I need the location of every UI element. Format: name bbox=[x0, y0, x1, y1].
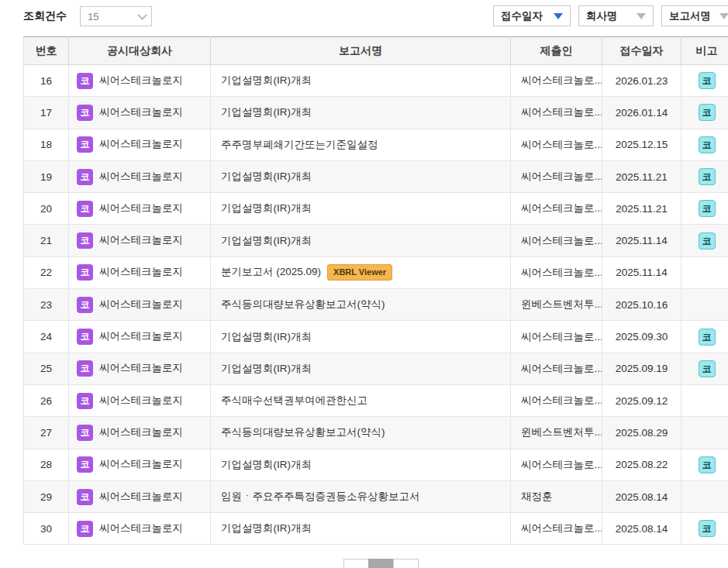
report-cell: 기업설명회(IR)개최 bbox=[211, 353, 511, 384]
remarks-cell bbox=[681, 480, 728, 512]
report-cell: 기업설명회(IR)개최 bbox=[211, 65, 511, 97]
report-link[interactable]: 기업설명회(IR)개최 bbox=[221, 459, 312, 470]
company-link[interactable]: 씨어스테크놀로지 bbox=[99, 394, 183, 406]
company-link[interactable]: 씨어스테크놀로지 bbox=[99, 138, 183, 150]
company-cell: 코씨어스테크놀로지 bbox=[69, 65, 211, 97]
page-button[interactable] bbox=[393, 559, 419, 568]
row-number: 20 bbox=[24, 193, 69, 225]
report-link[interactable]: 기업설명회(IR)개최 bbox=[221, 235, 312, 246]
submitter-cell: 씨어스테크놀로... bbox=[511, 353, 602, 384]
report-cell: 기업설명회(IR)개최 bbox=[211, 97, 511, 129]
receipt-date-cell: 2026.01.23 bbox=[602, 65, 681, 97]
kosdaq-market-badge: 코 bbox=[77, 360, 93, 377]
report-cell: 기업설명회(IR)개최 bbox=[211, 513, 511, 545]
remarks-cell: 코 bbox=[681, 97, 728, 129]
page-button[interactable] bbox=[368, 559, 394, 568]
receipt-date-cell: 2025.08.29 bbox=[602, 417, 681, 449]
company-cell: 코씨어스테크놀로지 bbox=[69, 384, 211, 416]
company-link[interactable]: 씨어스테크놀로지 bbox=[99, 202, 183, 214]
report-link[interactable]: 기업설명회(IR)개최 bbox=[221, 522, 312, 534]
col-header-company: 공시대상회사 bbox=[69, 37, 211, 65]
kosdaq-remark-badge: 코 bbox=[699, 104, 716, 121]
report-link[interactable]: 주주명부폐쇄기간또는기준일설정 bbox=[221, 139, 378, 150]
company-link[interactable]: 씨어스테크놀로지 bbox=[99, 298, 183, 310]
company-link[interactable]: 씨어스테크놀로지 bbox=[99, 330, 183, 342]
result-count-label: 조회건수 bbox=[23, 9, 67, 23]
table-row: 22코씨어스테크놀로지분기보고서 (2025.09)XBRL Viewer씨어스… bbox=[24, 256, 728, 288]
remarks-cell bbox=[681, 417, 728, 449]
kosdaq-market-badge: 코 bbox=[77, 264, 93, 281]
receipt-date-cell: 2025.11.14 bbox=[602, 256, 681, 288]
row-number: 25 bbox=[24, 353, 69, 384]
company-link[interactable]: 씨어스테크놀로지 bbox=[99, 266, 183, 277]
receipt-date-cell: 2025.11.14 bbox=[602, 225, 681, 256]
page-button[interactable] bbox=[343, 559, 369, 568]
table-row: 17코씨어스테크놀로지기업설명회(IR)개최씨어스테크놀로...2026.01.… bbox=[24, 97, 728, 129]
remarks-cell: 코 bbox=[681, 225, 728, 256]
company-link[interactable]: 씨어스테크놀로지 bbox=[99, 458, 183, 470]
result-count-select[interactable]: 15 bbox=[80, 6, 152, 26]
remarks-cell: 코 bbox=[681, 129, 728, 160]
remarks-cell: 코 bbox=[681, 353, 728, 384]
report-link[interactable]: 기업설명회(IR)개최 bbox=[221, 106, 312, 118]
company-link[interactable]: 씨어스테크놀로지 bbox=[99, 522, 183, 534]
table-body: 16코씨어스테크놀로지기업설명회(IR)개최씨어스테크놀로...2026.01.… bbox=[24, 65, 728, 545]
row-number: 23 bbox=[24, 289, 69, 321]
table-row: 19코씨어스테크놀로지기업설명회(IR)개최씨어스테크놀로...2025.11.… bbox=[24, 160, 728, 192]
sort-select-report-name[interactable]: 보고서명 bbox=[661, 5, 728, 26]
company-link[interactable]: 씨어스테크놀로지 bbox=[99, 426, 183, 438]
result-count-value: 15 bbox=[88, 11, 98, 22]
company-link[interactable]: 씨어스테크놀로지 bbox=[99, 362, 183, 374]
table-row: 20코씨어스테크놀로지기업설명회(IR)개최씨어스테크놀로...2025.11.… bbox=[24, 193, 728, 225]
receipt-date-cell: 2025.09.19 bbox=[602, 353, 681, 384]
kosdaq-market-badge: 코 bbox=[77, 136, 93, 153]
company-link[interactable]: 씨어스테크놀로지 bbox=[99, 74, 183, 86]
table-row: 26코씨어스테크놀로지주식매수선택권부여에관한신고씨어스테크놀로...2025.… bbox=[24, 384, 728, 416]
pagination bbox=[343, 559, 419, 568]
receipt-date-cell: 2025.11.21 bbox=[602, 193, 681, 225]
receipt-date-cell: 2025.12.15 bbox=[602, 129, 681, 160]
table-header-row: 번호 공시대상회사 보고서명 제출인 접수일자 비고 bbox=[24, 37, 728, 65]
report-link[interactable]: 기업설명회(IR)개최 bbox=[221, 331, 312, 343]
report-link[interactable]: 기업설명회(IR)개최 bbox=[221, 363, 312, 374]
submitter-cell: 윈베스트벤처투... bbox=[511, 289, 602, 321]
table-row: 29코씨어스테크놀로지임원ㆍ주요주주특정증권등소유상황보고서채정훈2025.08… bbox=[24, 480, 728, 512]
report-link[interactable]: 분기보고서 (2025.09) bbox=[221, 266, 321, 277]
table-row: 24코씨어스테크놀로지기업설명회(IR)개최씨어스테크놀로...2025.09.… bbox=[24, 321, 728, 353]
company-cell: 코씨어스테크놀로지 bbox=[69, 449, 211, 480]
company-link[interactable]: 씨어스테크놀로지 bbox=[99, 170, 183, 182]
sort-label: 보고서명 bbox=[669, 9, 711, 23]
report-link[interactable]: 임원ㆍ주요주주특정증권등소유상황보고서 bbox=[221, 491, 420, 502]
kosdaq-market-badge: 코 bbox=[77, 169, 93, 185]
report-link[interactable]: 주식등의대량보유상황보고서(약식) bbox=[221, 298, 385, 310]
table-row: 27코씨어스테크놀로지주식등의대량보유상황보고서(약식)윈베스트벤처투...20… bbox=[24, 417, 728, 449]
report-link[interactable]: 기업설명회(IR)개최 bbox=[221, 202, 312, 214]
company-link[interactable]: 씨어스테크놀로지 bbox=[99, 491, 183, 502]
table-row: 23코씨어스테크놀로지주식등의대량보유상황보고서(약식)윈베스트벤처투...20… bbox=[24, 289, 728, 321]
disclosure-list-page: 조회건수 15 접수일자 회사명 보고서명 번호 공시대상회사 보고서명 제출인… bbox=[0, 0, 728, 568]
sort-select-receipt-date[interactable]: 접수일자 bbox=[493, 5, 571, 26]
report-cell: 기업설명회(IR)개최 bbox=[211, 193, 511, 225]
remarks-cell: 코 bbox=[681, 513, 728, 545]
table-row: 21코씨어스테크놀로지기업설명회(IR)개최씨어스테크놀로...2025.11.… bbox=[24, 225, 728, 256]
triangle-down-icon bbox=[637, 13, 646, 19]
chevron-down-icon bbox=[137, 10, 147, 20]
kosdaq-remark-badge: 코 bbox=[699, 200, 716, 217]
receipt-date-cell: 2025.11.21 bbox=[602, 160, 681, 192]
report-link[interactable]: 주식등의대량보유상황보고서(약식) bbox=[221, 426, 385, 438]
report-link[interactable]: 주식매수선택권부여에관한신고 bbox=[221, 394, 367, 406]
row-number: 21 bbox=[24, 225, 69, 256]
company-link[interactable]: 씨어스테크놀로지 bbox=[99, 106, 183, 118]
report-link[interactable]: 기업설명회(IR)개최 bbox=[221, 170, 312, 182]
sort-select-company-name[interactable]: 회사명 bbox=[578, 5, 654, 26]
table-row: 30코씨어스테크놀로지기업설명회(IR)개최씨어스테크놀로...2025.08.… bbox=[24, 513, 728, 545]
kosdaq-market-badge: 코 bbox=[77, 297, 93, 313]
sort-controls: 접수일자 회사명 보고서명 bbox=[493, 5, 728, 26]
xbrl-viewer-button[interactable]: XBRL Viewer bbox=[327, 264, 392, 281]
remarks-cell bbox=[681, 384, 728, 416]
company-link[interactable]: 씨어스테크놀로지 bbox=[99, 234, 183, 246]
kosdaq-market-badge: 코 bbox=[77, 425, 93, 441]
report-cell: 주식등의대량보유상황보고서(약식) bbox=[211, 289, 511, 321]
report-link[interactable]: 기업설명회(IR)개최 bbox=[221, 74, 312, 86]
table-row: 18코씨어스테크놀로지주주명부폐쇄기간또는기준일설정씨어스테크놀로...2025… bbox=[24, 129, 728, 160]
